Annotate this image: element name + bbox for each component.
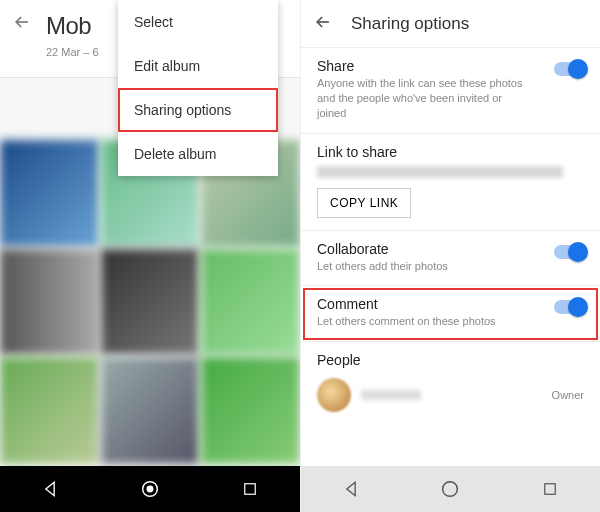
share-label: Share: [317, 58, 584, 74]
avatar: [317, 378, 351, 412]
photo-thumbnail[interactable]: [201, 357, 300, 464]
album-screen: Mob 22 Mar – 6 Select Edit album Sharing…: [0, 0, 300, 512]
back-icon[interactable]: [313, 12, 333, 35]
comment-description: Let others comment on these photos: [317, 314, 584, 329]
share-link-value: [317, 166, 563, 178]
sharing-options-screen: Sharing options Share Anyone with the li…: [300, 0, 600, 512]
collaborate-description: Let others add their photos: [317, 259, 584, 274]
menu-item-select[interactable]: Select: [118, 0, 278, 44]
photo-thumbnail[interactable]: [0, 140, 99, 247]
android-navbar: [301, 466, 600, 512]
people-label: People: [317, 352, 584, 368]
back-icon[interactable]: [12, 12, 32, 35]
svg-point-3: [443, 482, 458, 497]
share-description: Anyone with the link can see these photo…: [317, 76, 584, 121]
screen-header: Sharing options: [301, 0, 600, 48]
nav-recent-icon[interactable]: [530, 469, 570, 509]
link-section: Link to share COPY LINK: [301, 134, 600, 231]
share-toggle[interactable]: [554, 62, 586, 76]
menu-item-edit-album[interactable]: Edit album: [118, 44, 278, 88]
menu-item-delete-album[interactable]: Delete album: [118, 132, 278, 176]
person-name: [361, 390, 421, 400]
copy-link-button[interactable]: COPY LINK: [317, 188, 411, 218]
nav-home-icon[interactable]: [430, 469, 470, 509]
photo-grid: [0, 140, 300, 464]
people-section-header: People: [301, 342, 600, 370]
svg-rect-2: [245, 484, 256, 495]
menu-item-sharing-options[interactable]: Sharing options: [118, 88, 278, 132]
comment-label: Comment: [317, 296, 584, 312]
comment-section: Comment Let others comment on these phot…: [301, 286, 600, 342]
photo-thumbnail[interactable]: [0, 357, 99, 464]
link-label: Link to share: [317, 144, 584, 160]
collaborate-label: Collaborate: [317, 241, 584, 257]
android-navbar: [0, 466, 300, 512]
svg-point-1: [147, 486, 153, 492]
photo-thumbnail[interactable]: [101, 357, 200, 464]
nav-home-icon[interactable]: [130, 469, 170, 509]
nav-back-icon[interactable]: [30, 469, 70, 509]
svg-rect-4: [545, 484, 556, 495]
overflow-menu: Select Edit album Sharing options Delete…: [118, 0, 278, 176]
photo-thumbnail[interactable]: [201, 249, 300, 356]
nav-back-icon[interactable]: [331, 469, 371, 509]
collaborate-section: Collaborate Let others add their photos: [301, 231, 600, 287]
page-title: Sharing options: [351, 14, 469, 34]
collaborate-toggle[interactable]: [554, 245, 586, 259]
photo-thumbnail[interactable]: [101, 249, 200, 356]
photo-thumbnail[interactable]: [0, 249, 99, 356]
nav-recent-icon[interactable]: [230, 469, 270, 509]
person-row[interactable]: Owner: [301, 370, 600, 426]
person-role: Owner: [552, 389, 584, 401]
share-section: Share Anyone with the link can see these…: [301, 48, 600, 134]
comment-toggle[interactable]: [554, 300, 586, 314]
